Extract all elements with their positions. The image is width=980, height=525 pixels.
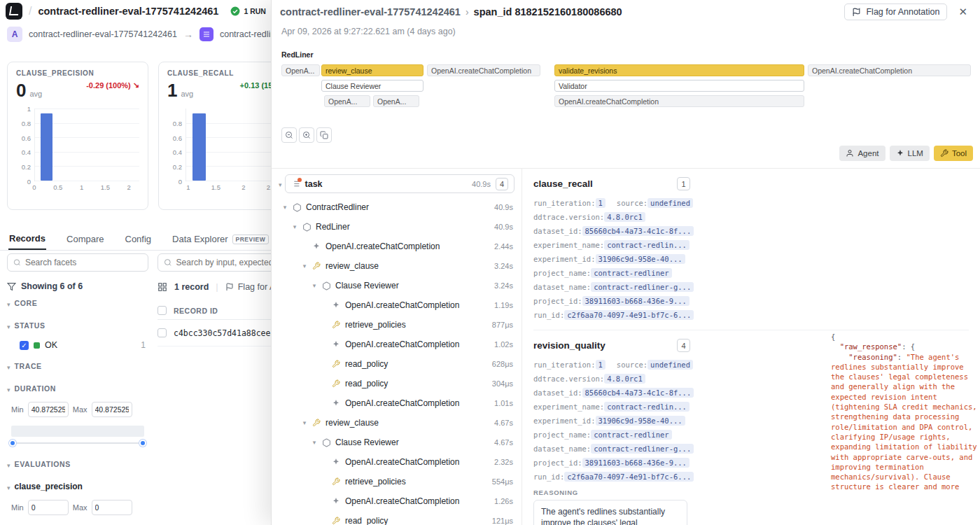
duration-range-slider[interactable] [11,442,144,444]
span-tree-row[interactable]: OpenAI.createChatCompletion1.19s [279,295,514,315]
attribute-value-chip[interactable]: 1 [596,360,606,370]
modal-flag-for-annotation-button[interactable]: Flag for Annotation [844,4,947,20]
tab-data-explorer[interactable]: Data ExplorerPREVIEW [172,228,270,250]
zoom-out-button[interactable] [281,127,297,143]
chevron-down-icon[interactable] [279,178,282,189]
legend-chip-agent[interactable]: Agent [839,146,885,161]
facet-section-clause-precision[interactable]: clause_precision [7,476,148,497]
legend-chip-tool[interactable]: Tool [934,146,973,161]
span-tree-row[interactable]: read_policy304μs [279,374,514,393]
chevron-down-icon[interactable]: ▾ [311,282,318,289]
attribute-value-chip[interactable]: c2f6aa70-4097-4e91-bf7c-6... [564,472,694,482]
facet-search-input[interactable] [25,258,142,267]
slider-handle-max[interactable] [139,440,146,447]
attribute-value-chip[interactable]: 85660cb4-4a73-4c1c-8f... [582,226,694,236]
attribute-value-chip[interactable]: c2f6aa70-4097-4e91-bf7c-6... [564,310,694,320]
tab-config[interactable]: Config [125,228,153,250]
clause-precision-min-input[interactable] [28,500,69,515]
select-all-checkbox[interactable] [158,306,167,315]
experiment-title[interactable]: contract-redliner-eval-1775741242461 [38,6,218,17]
attribute-value-chip[interactable]: 4.8.0rc1 [604,374,645,384]
row-checkbox[interactable] [158,328,167,337]
legend-chip-llm[interactable]: LLM [890,146,930,161]
attribute-value-chip[interactable]: undefined [648,360,693,370]
modal-trace-title[interactable]: contract-redliner-eval-1775741242461 [280,6,461,18]
span-tree-row[interactable]: OpenAI.createChatCompletion1.26s [279,491,514,511]
attribute-value-chip[interactable]: undefined [648,198,693,208]
span-tree-row[interactable]: read_policy628μs [279,354,514,374]
checkbox-checked[interactable]: ✓ [20,341,29,350]
span-tree-row[interactable]: retrieve_policies877μs [279,315,514,335]
app-logo[interactable] [6,3,22,20]
span-tree-row[interactable]: retrieve_policies554μs [279,472,514,491]
span-tree-row[interactable]: OpenAI.createChatCompletion2.32s [279,452,514,472]
chevron-down-icon[interactable]: ▾ [301,262,308,270]
fit-to-view-button[interactable] [316,127,332,143]
facet-section-core[interactable]: CORE [7,293,148,314]
span-tree-row[interactable]: ▾RedLiner40.9s [279,217,514,237]
grid-icon[interactable] [158,282,167,292]
attribute-value-chip[interactable]: contract-redlin... [604,240,690,250]
zoom-in-button[interactable] [299,127,314,143]
attribute-value-chip[interactable]: contract-redlin... [604,402,690,412]
chevron-down-icon[interactable]: ▾ [291,223,298,230]
facet-section-status[interactable]: STATUS [7,315,148,336]
attribute-value-chip[interactable]: 38911603-b668-436e-9... [582,296,690,306]
facet-status-ok[interactable]: ✓ OK 1 [7,336,148,354]
facet-section-trace[interactable]: TRACE [7,356,148,377]
duration-max-input[interactable] [92,402,132,417]
waterfall-span-bar[interactable]: OpenA... [281,64,320,76]
agent-box-icon [322,281,331,290]
wrench-icon [312,419,321,428]
waterfall-span-bar[interactable]: validate_revisions [554,64,804,76]
attribute-value-chip[interactable]: 31906c9d-958e-40... [596,254,685,264]
slider-handle-min[interactable] [9,440,16,447]
attribute-value-chip[interactable]: contract-redliner-g... [591,282,694,292]
delta-arrow-icon: ↘ [133,80,139,90]
tab-compare[interactable]: Compare [66,228,104,250]
span-tree-row[interactable]: ▾Clause Reviewer4.67s [279,433,514,452]
attribute-value-chip[interactable]: 31906c9d-958e-40... [596,416,685,426]
attribute-value-chip[interactable]: contract-redliner [591,430,671,440]
waterfall-span-bar[interactable]: Validator [554,80,804,92]
span-tree-row[interactable]: ▾Clause Reviewer3.24s [279,276,514,295]
waterfall-span-bar[interactable]: OpenA... [324,95,370,107]
span-tree-row[interactable]: ▾ContractRedliner40.9s [279,197,514,217]
tab-records[interactable]: Records [8,228,46,250]
span-tree-row[interactable]: OpenAI.createChatCompletion1.01s [279,393,514,413]
chevron-down-icon[interactable]: ▾ [281,204,288,211]
facet-section-evaluations[interactable]: EVALUATIONS [7,454,148,475]
lineage-source[interactable]: contract-redliner-eval-1775741242461 [29,29,177,39]
waterfall-span-bar[interactable]: OpenA... [373,95,419,107]
span-duration: 304μs [492,379,514,388]
attribute-value-chip[interactable]: 38911603-b668-436e-9... [582,458,690,468]
min-label: Min [11,503,24,512]
span-tree-row[interactable]: ▾review_clause4.67s [279,413,514,433]
facet-search[interactable] [7,253,148,272]
task-status-dot [298,178,302,182]
close-icon[interactable]: ✕ [954,4,972,20]
waterfall-span-bar[interactable]: review_clause [321,64,424,76]
eval-score-name: revision_quality [533,340,606,351]
waterfall-span-bar[interactable]: OpenAI.createChatCompletion [554,95,804,107]
clause-precision-max-input[interactable] [92,500,132,515]
attribute-value-chip[interactable]: contract-redliner-g... [591,444,694,454]
facet-section-duration[interactable]: DURATION [7,378,148,399]
attribute-value-chip[interactable]: contract-redliner [591,268,671,278]
attribute-value-chip[interactable]: 4.8.0rc1 [604,212,645,222]
chevron-down-icon[interactable]: ▾ [301,419,308,426]
attribute-value-chip[interactable]: 85660cb4-4a73-4c1c-8f... [582,388,694,398]
span-name: ContractRedliner [306,202,490,212]
waterfall-span-bar[interactable]: OpenAI.createChatCompletion [427,64,540,76]
waterfall-span-bar[interactable]: OpenAI.createChatCompletion [808,64,971,76]
span-tree-row[interactable]: OpenAI.createChatCompletion2.44s [279,237,514,256]
waterfall-span-bar[interactable]: Clause Reviewer [321,80,424,92]
attribute-value-chip[interactable]: 1 [596,198,606,208]
span-tree-row[interactable]: read_policy121μs [279,511,514,525]
duration-min-input[interactable] [28,402,69,417]
span-tree-row[interactable]: ▾review_clause3.24s [279,256,514,276]
span-tree-root-task[interactable]: task 40.9s 4 [285,174,514,193]
span-duration: 3.24s [494,262,514,270]
chevron-down-icon[interactable]: ▾ [311,439,318,446]
span-tree-row[interactable]: OpenAI.createChatCompletion1.02s [279,335,514,354]
